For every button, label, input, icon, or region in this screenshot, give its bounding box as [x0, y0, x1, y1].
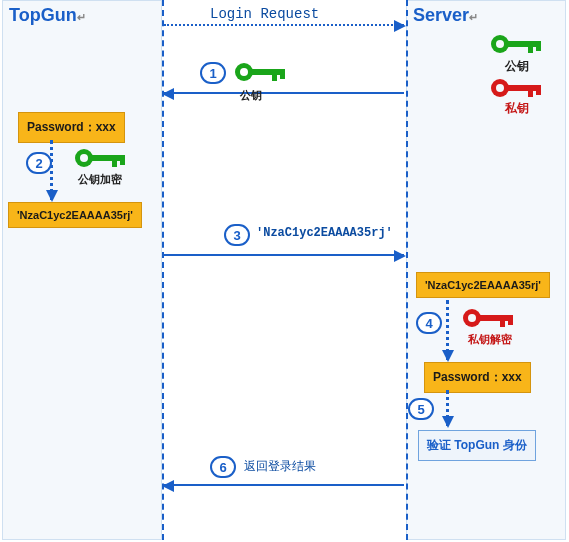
- client-title-text: TopGun: [9, 5, 77, 25]
- client-lifeline: [162, 0, 164, 540]
- svg-rect-2: [508, 41, 540, 47]
- svg-point-11: [240, 68, 248, 76]
- step-4-key-icon: [460, 306, 518, 330]
- svg-rect-8: [528, 85, 533, 97]
- client-title: TopGun↵: [3, 1, 161, 30]
- server-title-text: Server: [413, 5, 469, 25]
- svg-rect-23: [500, 315, 505, 327]
- arrow-login-request: [164, 24, 404, 26]
- step-2-key-icon: [72, 146, 130, 170]
- svg-rect-22: [480, 315, 512, 321]
- public-encrypt-label: 公钥加密: [78, 172, 122, 187]
- step-1-key-icon: [232, 60, 290, 84]
- step-6-badge: 6: [210, 456, 236, 478]
- svg-rect-13: [272, 69, 277, 81]
- step-4-badge: 4: [416, 312, 442, 334]
- step-2-badge: 2: [26, 152, 52, 174]
- svg-rect-19: [120, 155, 125, 165]
- arrow-step-5: [446, 390, 449, 426]
- svg-rect-7: [508, 85, 540, 91]
- svg-rect-14: [280, 69, 285, 79]
- step-1-key-label: 公钥: [240, 88, 262, 103]
- private-key-label: 私钥: [505, 100, 529, 117]
- svg-rect-17: [92, 155, 124, 161]
- arrow-step-4: [446, 300, 449, 360]
- client-password-box: Password：xxx: [18, 112, 125, 143]
- suffix: ↵: [77, 11, 86, 23]
- svg-rect-24: [508, 315, 513, 325]
- step-1-badge: 1: [200, 62, 226, 84]
- login-request-label: Login Request: [210, 6, 319, 22]
- arrow-step-2: [50, 140, 53, 200]
- private-decrypt-label: 私钥解密: [468, 332, 512, 347]
- server-title: Server↵: [407, 1, 565, 30]
- client-cipher-box: 'NzaC1yc2EAAAA35rj': [8, 202, 142, 228]
- suffix: ↵: [469, 11, 478, 23]
- step-3-message: 'NzaC1yc2EAAAA35rj': [256, 226, 393, 240]
- server-password-box: Password：xxx: [424, 362, 531, 393]
- svg-rect-18: [112, 155, 117, 167]
- arrow-step-6: [164, 484, 404, 486]
- svg-point-1: [496, 40, 504, 48]
- arrow-step-3: [164, 254, 404, 256]
- public-key-label: 公钥: [505, 58, 529, 75]
- arrow-step-1: [164, 92, 404, 94]
- public-key-icon: [488, 32, 546, 56]
- step-3-badge: 3: [224, 224, 250, 246]
- private-key-icon: [488, 76, 546, 100]
- server-cipher-box: 'NzaC1yc2EAAAA35rj': [416, 272, 550, 298]
- svg-point-21: [468, 314, 476, 322]
- svg-rect-3: [528, 41, 533, 53]
- svg-rect-9: [536, 85, 541, 95]
- svg-rect-4: [536, 41, 541, 51]
- svg-point-16: [80, 154, 88, 162]
- client-column: TopGun↵: [2, 0, 162, 540]
- verify-box: 验证 TopGun 身份: [418, 430, 536, 461]
- return-result-label: 返回登录结果: [244, 458, 316, 475]
- svg-rect-12: [252, 69, 284, 75]
- svg-point-6: [496, 84, 504, 92]
- server-lifeline: [406, 0, 408, 540]
- step-5-badge: 5: [408, 398, 434, 420]
